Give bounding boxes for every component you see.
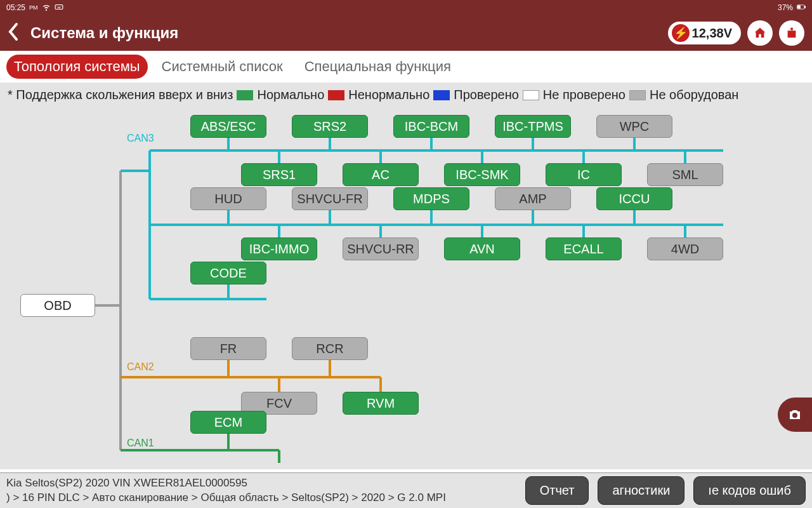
node-ecall[interactable]: ECALL [546, 237, 622, 260]
camera-fab[interactable] [778, 398, 812, 432]
node-avn[interactable]: AVN [444, 237, 520, 260]
node-ibc-immo[interactable]: IBC-IMMO [241, 237, 317, 260]
bus-label-can2: CAN2 [127, 361, 154, 373]
wifi-icon [42, 3, 51, 13]
node-code[interactable]: CODE [190, 262, 266, 284]
tab-special-function[interactable]: Специальная функция [297, 55, 459, 79]
node-ic[interactable]: IC [546, 163, 622, 186]
legend-note: * Поддержка скольжения вверх и вниз [8, 88, 233, 102]
node-ibc-bcm[interactable]: IBC-BCM [393, 115, 469, 138]
bolt-icon: ⚡ [672, 24, 690, 42]
node-mdps[interactable]: MDPS [393, 187, 469, 210]
node-ibc-smk[interactable]: IBC-SMK [444, 163, 520, 186]
node-4wd[interactable]: 4WD [647, 237, 723, 260]
legend-bar: * Поддержка скольжения вверх и вниз Норм… [0, 83, 812, 107]
node-iccu[interactable]: ICCU [596, 187, 672, 210]
voltage-value: 12,38V [692, 26, 732, 41]
keyboard-icon [55, 3, 63, 13]
battery-icon [797, 3, 806, 13]
node-srs2[interactable]: SRS2 [292, 115, 368, 138]
back-button[interactable] [8, 22, 19, 44]
svg-rect-0 [55, 4, 63, 9]
vehicle-line1: Kia Seltos(SP2) 2020 VIN XWEER81AEL00005… [6, 476, 446, 490]
legend-swatch-normal [237, 90, 253, 100]
node-hud[interactable]: HUD [190, 187, 266, 210]
svg-rect-3 [798, 5, 801, 8]
status-time: 05:25 [6, 3, 25, 12]
status-ampm: PM [29, 4, 38, 11]
node-wpc[interactable]: WPC [596, 115, 672, 138]
exit-button[interactable] [779, 20, 804, 46]
legend-swatch-unchecked [523, 90, 539, 100]
vehicle-info: Kia Seltos(SP2) 2020 VIN XWEER81AEL00005… [6, 476, 446, 504]
tab-system-list[interactable]: Системный список [154, 55, 291, 79]
legend-swatch-notequipped [629, 90, 646, 100]
node-shvcu-fr[interactable]: SHVCU-FR [292, 187, 368, 210]
node-ibc-tpms[interactable]: IBC-TPMS [495, 115, 571, 138]
node-srs1[interactable]: SRS1 [241, 163, 317, 186]
legend-swatch-checked [433, 90, 450, 100]
node-rcr[interactable]: RCR [292, 337, 368, 360]
tab-bar: Топология системы Системный список Специ… [0, 51, 812, 83]
svg-rect-2 [804, 6, 805, 8]
node-rvm[interactable]: RVM [343, 392, 419, 415]
node-ac[interactable]: AC [343, 163, 419, 186]
diagnostics-button[interactable]: агностики [598, 476, 684, 505]
legend-swatch-abnormal [328, 90, 344, 100]
clear-codes-button[interactable]: ıе кодов ошиб [693, 476, 806, 505]
bus-label-can1: CAN1 [127, 438, 154, 449]
report-button[interactable]: Отчет [525, 476, 589, 505]
topology-canvas[interactable]: CAN3 CAN2 CAN1 OBD ABS/ESC SRS2 IBC-BCM … [0, 107, 812, 469]
bus-label-can3: CAN3 [127, 133, 154, 144]
battery-percent: 37% [778, 3, 793, 12]
status-bar: 05:25 PM 37% [0, 0, 812, 15]
node-obd[interactable]: OBD [20, 294, 95, 317]
voltage-badge: ⚡ 12,38V [668, 22, 741, 44]
bottom-bar: Kia Seltos(SP2) 2020 VIN XWEER81AEL00005… [0, 472, 812, 508]
node-ecm[interactable]: ECM [190, 411, 266, 434]
node-shvcu-rr[interactable]: SHVCU-RR [343, 237, 419, 260]
home-button[interactable] [747, 20, 773, 46]
node-abs-esc[interactable]: ABS/ESC [190, 115, 266, 138]
node-amp[interactable]: AMP [495, 187, 571, 210]
vehicle-line2: ) > 16 PIN DLC > Авто сканирование > Общ… [6, 491, 446, 505]
node-sml[interactable]: SML [647, 163, 723, 186]
node-fr[interactable]: FR [190, 337, 266, 360]
app-header: Система и функция ⚡ 12,38V [0, 15, 812, 51]
page-title: Система и функция [30, 24, 178, 42]
tab-topology[interactable]: Топология системы [6, 55, 148, 79]
